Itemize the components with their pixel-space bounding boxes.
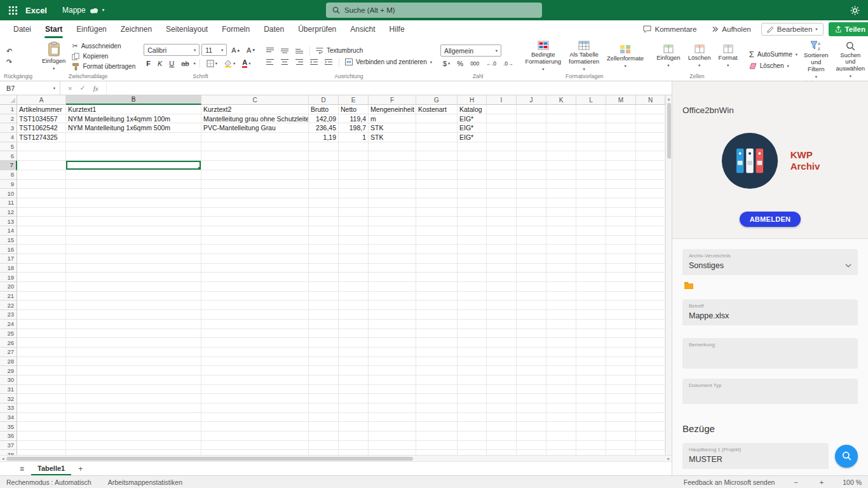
cell-A34[interactable]	[17, 413, 66, 423]
vertical-scroll-thumb[interactable]	[667, 103, 671, 159]
cell-I33[interactable]	[487, 403, 517, 413]
app-name[interactable]: Excel	[25, 6, 47, 15]
cell-L11[interactable]	[576, 198, 606, 208]
cell-L17[interactable]	[576, 254, 606, 264]
cell-I25[interactable]	[487, 329, 517, 339]
cell-A6[interactable]	[17, 151, 66, 161]
cell-M34[interactable]	[606, 413, 636, 423]
cell-N29[interactable]	[636, 366, 665, 376]
cell-M29[interactable]	[606, 366, 636, 376]
cell-G36[interactable]	[416, 431, 458, 441]
column-header-j[interactable]: J	[517, 95, 546, 105]
cell-N16[interactable]	[636, 245, 665, 254]
row-header-23[interactable]: 23	[0, 310, 17, 320]
cell-H18[interactable]	[458, 264, 487, 273]
cell-E8[interactable]	[339, 170, 369, 180]
cell-B15[interactable]	[66, 236, 201, 245]
cell-H13[interactable]	[458, 217, 487, 226]
cell-C38[interactable]	[201, 450, 309, 455]
cell-G9[interactable]	[416, 180, 458, 189]
cell-I17[interactable]	[487, 254, 517, 264]
cell-H7[interactable]	[458, 161, 487, 170]
cell-E20[interactable]	[339, 282, 369, 292]
cell-H37[interactable]	[458, 441, 487, 451]
cell-D24[interactable]	[309, 320, 339, 329]
cell-L14[interactable]	[576, 226, 606, 236]
row-header-15[interactable]: 15	[0, 236, 17, 245]
decrease-decimal-button[interactable]: .0→	[501, 60, 516, 67]
cell-E7[interactable]	[339, 161, 369, 170]
cell-B4[interactable]	[66, 133, 201, 142]
cell-L15[interactable]	[576, 236, 606, 245]
cell-I21[interactable]	[487, 292, 517, 301]
cell-B20[interactable]	[66, 282, 201, 292]
cell-K29[interactable]	[546, 366, 576, 376]
cell-A2[interactable]: TST1034557	[17, 114, 66, 124]
align-center-button[interactable]	[278, 58, 291, 66]
cell-K37[interactable]	[546, 441, 576, 451]
cell-N13[interactable]	[636, 217, 665, 226]
row-header-14[interactable]: 14	[0, 226, 17, 236]
cell-G5[interactable]	[416, 142, 458, 152]
cell-C10[interactable]	[201, 189, 309, 198]
cell-C27[interactable]	[201, 348, 309, 357]
cell-F36[interactable]	[369, 431, 416, 441]
cell-L8[interactable]	[576, 170, 606, 180]
formula-input[interactable]	[107, 81, 672, 95]
cell-J2[interactable]	[517, 114, 546, 124]
cell-F38[interactable]	[369, 450, 416, 455]
cell-A38[interactable]	[17, 450, 66, 455]
cell-I1[interactable]	[487, 105, 517, 114]
shrink-font-button[interactable]: A▾	[244, 46, 257, 55]
row-header-19[interactable]: 19	[0, 273, 17, 282]
cell-E19[interactable]	[339, 273, 369, 282]
document-name[interactable]: Mappe ▾	[62, 6, 104, 15]
cell-K34[interactable]	[546, 413, 576, 423]
cell-E17[interactable]	[339, 254, 369, 264]
cell-J33[interactable]	[517, 403, 546, 413]
cell-E10[interactable]	[339, 189, 369, 198]
cell-C11[interactable]	[201, 198, 309, 208]
cell-N7[interactable]	[636, 161, 665, 170]
cell-L36[interactable]	[576, 431, 606, 441]
cell-I16[interactable]	[487, 245, 517, 254]
cell-K9[interactable]	[546, 180, 576, 189]
cell-E27[interactable]	[339, 348, 369, 357]
cell-M36[interactable]	[606, 431, 636, 441]
ribbon-tab-daten[interactable]: Daten	[257, 20, 291, 38]
row-header-36[interactable]: 36	[0, 431, 17, 441]
cell-F18[interactable]	[369, 264, 416, 273]
cell-J10[interactable]	[517, 189, 546, 198]
cell-G20[interactable]	[416, 282, 458, 292]
cell-I23[interactable]	[487, 310, 517, 320]
cell-J32[interactable]	[517, 394, 546, 403]
cell-C25[interactable]	[201, 329, 309, 339]
wrap-text-button[interactable]: Textumbruch	[314, 46, 365, 55]
cell-K12[interactable]	[546, 208, 576, 217]
cell-H36[interactable]	[458, 431, 487, 441]
cell-H29[interactable]	[458, 366, 487, 376]
cell-C34[interactable]	[201, 413, 309, 423]
cell-B13[interactable]	[66, 217, 201, 226]
cell-K8[interactable]	[546, 170, 576, 180]
cell-B34[interactable]	[66, 413, 201, 423]
cell-D32[interactable]	[309, 394, 339, 403]
cell-J35[interactable]	[517, 422, 546, 431]
cell-B32[interactable]	[66, 394, 201, 403]
zoom-in-button[interactable]: +	[817, 478, 826, 486]
row-header-29[interactable]: 29	[0, 366, 17, 376]
cell-C16[interactable]	[201, 245, 309, 254]
cell-C30[interactable]	[201, 376, 309, 385]
cell-K1[interactable]	[546, 105, 576, 114]
cell-G27[interactable]	[416, 348, 458, 357]
cell-M19[interactable]	[606, 273, 636, 282]
cell-A11[interactable]	[17, 198, 66, 208]
cell-C24[interactable]	[201, 320, 309, 329]
cell-L26[interactable]	[576, 338, 606, 348]
cell-A30[interactable]	[17, 376, 66, 385]
cell-H3[interactable]: EIG*	[458, 123, 487, 133]
cell-J16[interactable]	[517, 245, 546, 254]
hauptbezug1-field[interactable]: Hauptbezug 1 (Projekt) MUSTER	[682, 443, 829, 469]
cell-B12[interactable]	[66, 208, 201, 217]
column-header-h[interactable]: H	[458, 95, 487, 105]
